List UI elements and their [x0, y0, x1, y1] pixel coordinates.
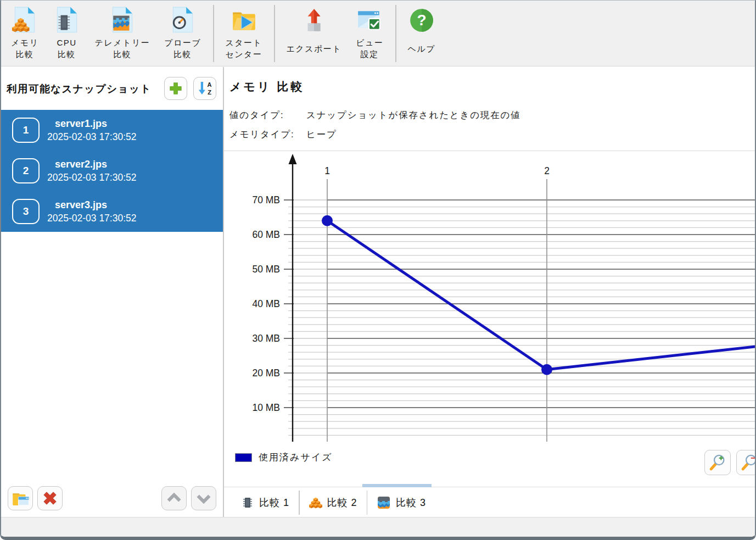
toolbar-export-button[interactable]: エクスポート: [281, 4, 347, 62]
toolbar-separator: [213, 5, 214, 62]
svg-text:1: 1: [324, 165, 330, 176]
remove-snapshot-button[interactable]: [37, 486, 63, 510]
svg-text:70 MB: 70 MB: [252, 194, 280, 205]
tab-separator: [367, 491, 368, 515]
zoom-out-button[interactable]: [736, 450, 756, 475]
toolbar-item-label: 比較: [173, 48, 192, 60]
probe-compare-icon: [169, 5, 197, 36]
view-settings-icon: [356, 5, 383, 36]
chevron-up-icon: [164, 488, 184, 509]
add-snapshot-button[interactable]: [164, 77, 187, 100]
content-area: 利用可能なスナップショット A Z: [1, 67, 755, 517]
chart-legend: 使用済みサイズ: [235, 451, 333, 464]
memory-compare-icon: [11, 5, 38, 36]
snapshot-timestamp: 2025-02-03 17:30:52: [47, 131, 137, 143]
memory-comparison-chart: 10 MB20 MB30 MB40 MB50 MB60 MB70 MB123: [224, 151, 755, 447]
legend-label: 使用済みサイズ: [259, 451, 333, 464]
move-down-button[interactable]: [191, 486, 216, 510]
svg-text:A: A: [208, 81, 212, 88]
main-panel: メモリ 比較 値のタイプ: スナップショットが保存されたときの現在の値 メモリタ…: [224, 67, 755, 517]
svg-text:?: ?: [417, 12, 426, 29]
snapshot-sidebar: 利用可能なスナップショット A Z: [1, 67, 224, 517]
plus-icon: [166, 79, 185, 98]
magnifier-plus-icon: [707, 452, 729, 474]
toolbar-item-label: プローブ: [164, 37, 201, 48]
toolbar-start-center-button[interactable]: スタート センター: [220, 4, 267, 62]
svg-text:40 MB: 40 MB: [252, 298, 280, 309]
snapshot-index-badge: 3: [12, 199, 40, 224]
svg-text:60 MB: 60 MB: [252, 229, 280, 240]
tab-label: 比較 2: [327, 496, 357, 509]
toolbar-item-label: CPU: [57, 37, 76, 48]
toolbar: メモリ 比較 CPU 比較: [1, 1, 755, 66]
active-tab-indicator: [362, 484, 432, 487]
export-icon: [300, 5, 328, 36]
svg-text:20 MB: 20 MB: [252, 368, 280, 378]
cpu-chip-icon: [241, 496, 254, 509]
sidebar-title: 利用可能なスナップショット: [7, 82, 152, 96]
start-center-icon: [230, 5, 257, 36]
svg-text:50 MB: 50 MB: [252, 264, 280, 275]
svg-text:30 MB: 30 MB: [252, 333, 280, 344]
value-type-value: スナップショットが保存されたときの現在の値: [306, 108, 521, 122]
remove-x-icon: [40, 488, 60, 509]
snapshot-index-badge: 2: [12, 158, 40, 183]
toolbar-item-label: メモリ: [11, 37, 39, 48]
tab-separator: [299, 491, 300, 515]
snapshot-timestamp: 2025-02-03 17:30:52: [47, 172, 137, 183]
snapshot-list-item[interactable]: 3 server3.jps 2025-02-03 17:30:52: [1, 191, 223, 232]
telemetry-icon: [377, 496, 391, 510]
chevron-down-icon: [193, 488, 214, 509]
chart-area: 10 MB20 MB30 MB40 MB50 MB60 MB70 MB123 使…: [224, 151, 755, 487]
svg-text:2: 2: [544, 165, 550, 176]
snapshot-list-item[interactable]: 2 server2.jps 2025-02-03 17:30:52: [1, 151, 223, 191]
toolbar-item-label: エクスポート: [286, 43, 341, 54]
open-snapshot-button[interactable]: [8, 486, 33, 510]
tab-comparison-1[interactable]: 比較 1: [233, 487, 298, 517]
toolbar-help-button[interactable]: ? ヘルプ: [402, 4, 441, 62]
toolbar-telemetry-compare-button[interactable]: テレメトリー 比較: [89, 4, 156, 62]
sidebar-header: 利用可能なスナップショット A Z: [1, 67, 223, 110]
toolbar-item-label: テレメトリー: [95, 37, 150, 48]
toolbar-item-label: ヘルプ: [407, 43, 435, 54]
legend-swatch: [235, 453, 252, 462]
snapshot-timestamp: 2025-02-03 17:30:52: [47, 213, 137, 224]
toolbar-item-label: 設定: [361, 48, 379, 60]
memory-type-value: ヒープ: [306, 127, 337, 141]
page-title: メモリ 比較: [229, 79, 304, 94]
comparison-info: 値のタイプ: スナップショットが保存されたときの現在の値 メモリタイプ: ヒープ: [229, 108, 521, 146]
tab-comparison-2[interactable]: 比較 2: [301, 487, 366, 517]
tab-label: 比較 1: [259, 496, 289, 509]
toolbar-item-label: 比較: [113, 48, 131, 60]
sort-snapshots-button[interactable]: A Z: [193, 77, 216, 100]
snapshot-filename: server2.jps: [47, 159, 137, 170]
zoom-in-button[interactable]: [704, 450, 731, 475]
snapshot-list-item[interactable]: 1 server1.jps 2025-02-03 17:30:52: [1, 110, 223, 151]
toolbar-item-label: スタート: [225, 37, 262, 48]
open-folder-icon: [10, 488, 31, 509]
app-window: メモリ 比較 CPU 比較: [0, 0, 756, 540]
toolbar-view-settings-button[interactable]: ビュー 設定: [350, 4, 389, 62]
sidebar-footer: [8, 486, 216, 510]
move-up-button[interactable]: [161, 486, 187, 510]
toolbar-separator: [274, 5, 275, 62]
snapshot-list: 1 server1.jps 2025-02-03 17:30:52 2 serv…: [1, 110, 223, 232]
toolbar-cpu-compare-button[interactable]: CPU 比較: [48, 4, 86, 62]
toolbar-item-label: 比較: [16, 48, 34, 60]
memory-type-label: メモリタイプ:: [229, 127, 306, 141]
status-bar: [1, 517, 755, 537]
tab-comparison-3[interactable]: 比較 3: [368, 487, 434, 517]
svg-text:Z: Z: [208, 89, 211, 96]
toolbar-item-label: ビュー: [356, 37, 383, 48]
sort-az-icon: A Z: [195, 79, 214, 98]
toolbar-separator: [395, 5, 396, 62]
cpu-compare-icon: [53, 5, 81, 36]
svg-text:10 MB: 10 MB: [252, 402, 280, 413]
value-type-label: 値のタイプ:: [229, 108, 306, 122]
toolbar-memory-compare-button[interactable]: メモリ 比較: [5, 4, 44, 62]
magnifier-minus-icon: [738, 452, 756, 474]
comparison-tabbar: 比較 1: [224, 487, 755, 517]
toolbar-probe-compare-button[interactable]: プローブ 比較: [159, 4, 206, 62]
telemetry-compare-icon: [109, 5, 136, 36]
snapshot-filename: server3.jps: [47, 199, 137, 211]
